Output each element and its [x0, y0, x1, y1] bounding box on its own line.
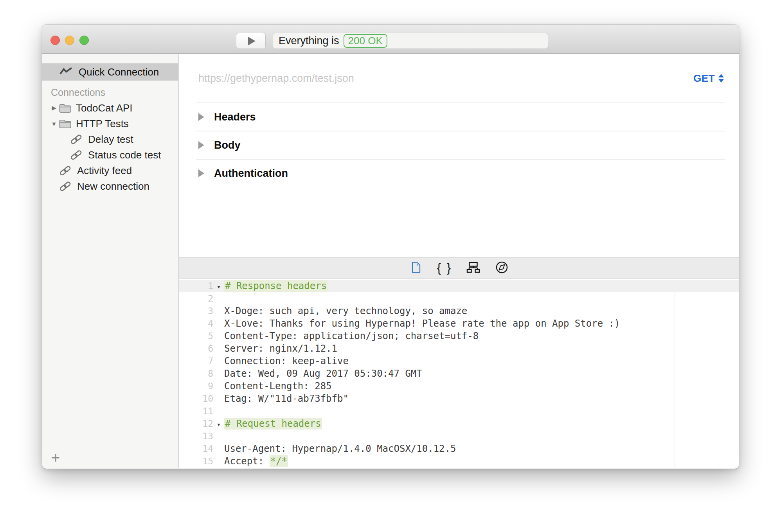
sidebar-item-new-connection[interactable]: New connection [42, 178, 178, 194]
tab-raw-json-view[interactable]: { } [437, 260, 452, 276]
code-text: User-Agent: Hypernap/1.4.0 MacOSX/10.12.… [224, 443, 456, 454]
code-text: Accept: */* [224, 456, 288, 467]
line-number: 1 [179, 281, 213, 291]
chevron-right-icon[interactable] [198, 113, 204, 121]
code-text: # Request headers [224, 418, 322, 429]
code-text: X-Love: Thanks for using Hypernap! Pleas… [224, 318, 620, 329]
code-text: Content-Type: application/json; charset=… [224, 331, 479, 341]
response-editor[interactable]: 1 ▾ # Response headers 2 3 X-Doge: such … [179, 279, 739, 468]
section-label: Headers [214, 111, 256, 123]
url-row: GET [179, 54, 739, 102]
add-connection-button[interactable]: + [49, 450, 63, 466]
line-number: 12 [179, 419, 213, 429]
response-view-bar: { } [179, 257, 739, 279]
code-text: Content-Length: 285 [224, 381, 332, 392]
sidebar-item-label: New connection [77, 180, 149, 192]
section-authentication[interactable]: Authentication [179, 160, 739, 187]
folder-icon [59, 103, 71, 113]
line-number: 11 [179, 406, 213, 416]
fold-icon[interactable]: ▾ [213, 282, 224, 290]
code-line[interactable]: 13 [179, 430, 739, 442]
titlebar: Everything is 200 OK [42, 25, 739, 54]
code-line[interactable]: 14 User-Agent: Hypernap/1.4.0 MacOSX/10.… [179, 442, 739, 455]
code-line[interactable]: 10 Etag: W/"11d-ab73fbfb" [179, 392, 739, 405]
code-text: X-Doge: such api, very technology, so am… [224, 306, 467, 316]
link-icon [70, 149, 83, 160]
code-line[interactable]: 11 [179, 405, 739, 417]
section-label: Authentication [214, 167, 288, 180]
tab-structure-view[interactable] [465, 260, 481, 276]
line-number: 9 [179, 381, 213, 391]
code-line[interactable]: 7 Connection: keep-alive [179, 355, 739, 367]
link-icon [59, 165, 72, 176]
close-button[interactable] [50, 36, 60, 45]
code-text: Etag: W/"11d-ab73fbfb" [224, 393, 349, 404]
code-line[interactable]: 3 X-Doge: such api, very technology, so … [179, 305, 739, 317]
compass-icon [495, 261, 508, 275]
line-number: 2 [179, 293, 213, 304]
chevron-right-icon[interactable] [198, 141, 204, 149]
line-number: 10 [179, 394, 213, 404]
chevron-right-icon[interactable] [198, 169, 204, 177]
sidebar-item-todocat-api[interactable]: ▶ TodoCat API [42, 100, 178, 116]
line-number: 3 [179, 306, 213, 316]
link-icon [59, 181, 72, 192]
code-text: Server: nginx/1.12.1 [224, 343, 337, 354]
status-text: Everything is [279, 35, 339, 47]
line-number: 15 [179, 456, 213, 466]
link-icon [70, 134, 83, 145]
zigzag-activity-icon [59, 66, 73, 77]
sidebar-item-label: Activity feed [77, 165, 132, 177]
chevron-right-icon[interactable]: ▶ [49, 104, 59, 111]
braces-icon: { } [437, 261, 452, 275]
line-number: 14 [179, 444, 213, 454]
send-request-button[interactable] [236, 33, 266, 49]
fold-icon[interactable]: ▾ [213, 420, 224, 428]
zoom-button[interactable] [79, 36, 89, 45]
tab-browser-preview[interactable] [494, 260, 509, 276]
app-window: Everything is 200 OK Quick Connection Co… [42, 25, 739, 469]
section-label: Body [214, 139, 241, 151]
code-line[interactable]: 2 [179, 292, 739, 305]
sidebar: Quick Connection Connections ▶ TodoCat A… [42, 54, 179, 468]
sidebar-item-http-tests[interactable]: ▼ HTTP Tests [42, 116, 178, 131]
line-number: 5 [179, 331, 213, 341]
code-line[interactable]: 6 Server: nginx/1.12.1 [179, 342, 739, 355]
sidebar-item-status-code-test[interactable]: Status code test [42, 147, 178, 163]
status-code-badge: 200 OK [344, 34, 387, 48]
method-stepper-icon [718, 74, 724, 83]
request-panel: GET Headers Body [179, 54, 739, 257]
section-headers[interactable]: Headers [179, 103, 739, 131]
sidebar-item-activity-feed[interactable]: Activity feed [42, 163, 178, 178]
sidebar-item-label: Status code test [88, 149, 161, 161]
section-body[interactable]: Body [179, 131, 739, 159]
traffic-lights [50, 36, 89, 45]
code-text: # Response headers [224, 280, 328, 291]
connections-tree: ▶ TodoCat API ▼ HTTP Tests [42, 100, 178, 194]
sidebar-item-delay-test[interactable]: Delay test [42, 131, 178, 147]
status-field: Everything is 200 OK [273, 33, 548, 49]
line-number: 8 [179, 368, 213, 379]
code-line[interactable]: 15 Accept: */* [179, 455, 739, 467]
sidebar-item-label: Delay test [88, 133, 133, 146]
line-number: 7 [179, 356, 213, 366]
code-line[interactable]: 9 Content-Length: 285 [179, 380, 739, 392]
code-line[interactable]: 1 ▾ # Response headers [179, 280, 739, 292]
code-line[interactable]: 8 Date: Wed, 09 Aug 2017 05:30:47 GMT [179, 367, 739, 380]
line-number: 4 [179, 318, 213, 329]
tab-document-view[interactable] [408, 260, 424, 276]
line-number: 13 [179, 431, 213, 441]
sidebar-item-label: HTTP Tests [76, 118, 129, 130]
line-number: 6 [179, 343, 213, 354]
minimize-button[interactable] [65, 36, 74, 45]
code-line[interactable]: 5 Content-Type: application/json; charse… [179, 330, 739, 342]
url-input[interactable] [198, 72, 693, 84]
chevron-down-icon[interactable]: ▼ [49, 120, 59, 127]
sidebar-item-label: TodoCat API [76, 102, 133, 114]
code-line[interactable]: 12 ▾ # Request headers [179, 417, 739, 430]
sidebar-item-quick-connection[interactable]: Quick Connection [42, 63, 178, 81]
sitemap-icon [466, 261, 480, 275]
code-line[interactable]: 4 X-Love: Thanks for using Hypernap! Ple… [179, 317, 739, 330]
method-selector[interactable]: GET [693, 72, 724, 84]
code-text: Connection: keep-alive [224, 356, 349, 367]
